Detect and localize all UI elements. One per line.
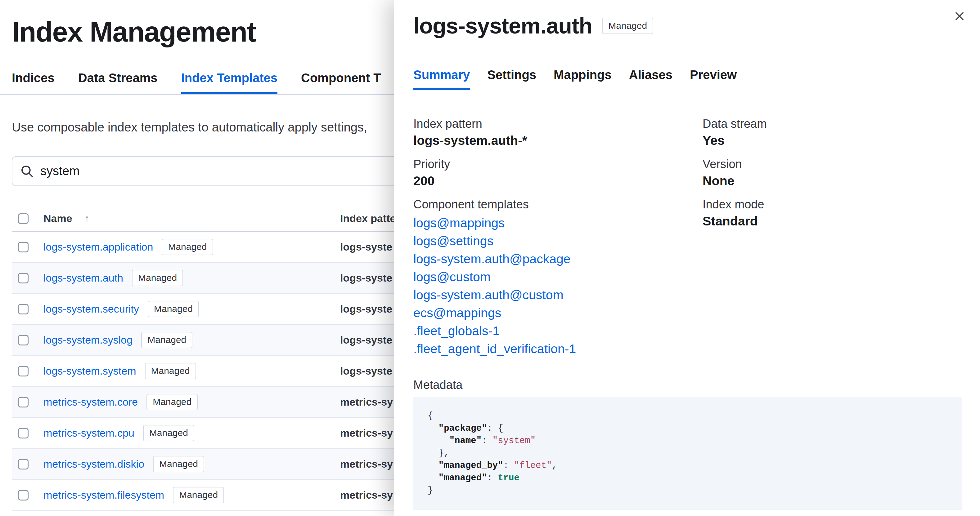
template-name-link[interactable]: metrics-system.diskio bbox=[43, 458, 144, 470]
component-template-links: logs@mappingslogs@settingslogs-system.au… bbox=[414, 214, 703, 358]
close-icon[interactable] bbox=[951, 8, 968, 25]
tab-mappings[interactable]: Mappings bbox=[554, 68, 612, 90]
component-template-link[interactable]: .fleet_globals-1 bbox=[414, 322, 703, 340]
component-template-link[interactable]: logs@custom bbox=[414, 268, 703, 286]
tab-data-streams[interactable]: Data Streams bbox=[78, 71, 158, 94]
managed-badge: Managed bbox=[146, 394, 198, 410]
index-pattern-cell: metrics-sy bbox=[340, 489, 393, 501]
row-checkbox[interactable] bbox=[18, 366, 29, 376]
index-pattern-cell: logs-syste bbox=[340, 241, 392, 253]
managed-badge: Managed bbox=[602, 17, 653, 34]
tab-component-t[interactable]: Component T bbox=[301, 71, 381, 94]
managed-badge: Managed bbox=[153, 456, 204, 472]
row-checkbox[interactable] bbox=[18, 242, 29, 252]
row-checkbox[interactable] bbox=[18, 490, 29, 500]
select-all-cell bbox=[12, 213, 41, 224]
summary-item: Priority200 bbox=[414, 157, 703, 189]
flyout-title: logs-system.auth bbox=[414, 14, 592, 38]
managed-badge: Managed bbox=[143, 425, 194, 441]
row-checkbox[interactable] bbox=[18, 273, 29, 283]
component-template-link[interactable]: logs-system.auth@package bbox=[414, 250, 703, 268]
managed-badge: Managed bbox=[141, 332, 192, 348]
managed-badge: Managed bbox=[132, 270, 183, 286]
template-name-link[interactable]: logs-system.application bbox=[43, 241, 153, 253]
template-name-link[interactable]: metrics-system.cpu bbox=[43, 427, 134, 439]
flyout-header: logs-system.auth Managed bbox=[414, 14, 962, 38]
flyout-tabs: SummarySettingsMappingsAliasesPreview bbox=[414, 68, 962, 90]
managed-badge: Managed bbox=[148, 301, 199, 317]
summary-item: VersionNone bbox=[703, 157, 962, 189]
tab-aliases[interactable]: Aliases bbox=[629, 68, 673, 90]
tab-summary[interactable]: Summary bbox=[414, 68, 470, 90]
select-all-checkbox[interactable] bbox=[18, 213, 29, 224]
summary-left-column: Index patternlogs-system.auth-*Priority2… bbox=[414, 117, 703, 367]
summary-item: Index patternlogs-system.auth-* bbox=[414, 117, 703, 148]
index-pattern-cell: logs-syste bbox=[340, 334, 392, 346]
sort-ascending-arrow-icon: ↑ bbox=[85, 213, 90, 224]
component-template-link[interactable]: .fleet_agent_id_verification-1 bbox=[414, 340, 703, 358]
index-pattern-cell: metrics-sy bbox=[340, 396, 393, 408]
column-header-name[interactable]: Name ↑ bbox=[41, 213, 340, 224]
component-templates-section: Component templates logs@mappingslogs@se… bbox=[414, 197, 703, 358]
column-header-name-label: Name bbox=[43, 213, 72, 224]
row-checkbox[interactable] bbox=[18, 397, 29, 408]
template-name-link[interactable]: logs-system.security bbox=[43, 303, 139, 315]
template-name-link[interactable]: metrics-system.core bbox=[43, 396, 138, 408]
managed-badge: Managed bbox=[145, 363, 196, 379]
component-template-link[interactable]: ecs@mappings bbox=[414, 304, 703, 322]
summary-item: Index modeStandard bbox=[703, 197, 962, 229]
tab-settings[interactable]: Settings bbox=[487, 68, 536, 90]
metadata-section: Metadata { "package": { "name": "system"… bbox=[414, 378, 962, 510]
tab-preview[interactable]: Preview bbox=[690, 68, 737, 90]
template-details-flyout: logs-system.auth Managed SummarySettings… bbox=[394, 0, 980, 516]
search-icon bbox=[21, 165, 33, 178]
template-name-link[interactable]: logs-system.system bbox=[43, 365, 136, 377]
managed-badge: Managed bbox=[162, 239, 213, 255]
summary-panel: Index patternlogs-system.auth-*Priority2… bbox=[414, 117, 962, 367]
row-checkbox[interactable] bbox=[18, 459, 29, 470]
template-name-link[interactable]: logs-system.syslog bbox=[43, 334, 132, 346]
summary-item: Data streamYes bbox=[703, 117, 962, 148]
row-checkbox[interactable] bbox=[18, 335, 29, 345]
template-name-link[interactable]: metrics-system.filesystem bbox=[43, 489, 164, 501]
row-checkbox[interactable] bbox=[18, 428, 29, 438]
tab-index-templates[interactable]: Index Templates bbox=[181, 71, 277, 94]
index-pattern-cell: metrics-sy bbox=[340, 458, 393, 470]
summary-left-items: Index patternlogs-system.auth-*Priority2… bbox=[414, 117, 703, 189]
template-name-link[interactable]: logs-system.auth bbox=[43, 272, 123, 284]
metadata-code-block: { "package": { "name": "system" }, "mana… bbox=[414, 397, 962, 510]
index-pattern-cell: metrics-sy bbox=[340, 427, 393, 439]
row-checkbox[interactable] bbox=[18, 304, 29, 314]
tab-indices[interactable]: Indices bbox=[12, 71, 55, 94]
index-pattern-cell: logs-syste bbox=[340, 272, 392, 284]
index-pattern-cell: logs-syste bbox=[340, 303, 392, 315]
component-template-link[interactable]: logs-system.auth@custom bbox=[414, 286, 703, 304]
column-header-index-patterns[interactable]: Index patter bbox=[340, 213, 400, 224]
metadata-label: Metadata bbox=[414, 378, 962, 392]
summary-right-column: Data streamYesVersionNoneIndex modeStand… bbox=[703, 117, 962, 238]
component-template-link[interactable]: logs@mappings bbox=[414, 214, 703, 232]
index-pattern-cell: logs-syste bbox=[340, 365, 392, 377]
managed-badge: Managed bbox=[173, 487, 224, 503]
component-template-link[interactable]: logs@settings bbox=[414, 232, 703, 250]
component-templates-label: Component templates bbox=[414, 197, 703, 211]
